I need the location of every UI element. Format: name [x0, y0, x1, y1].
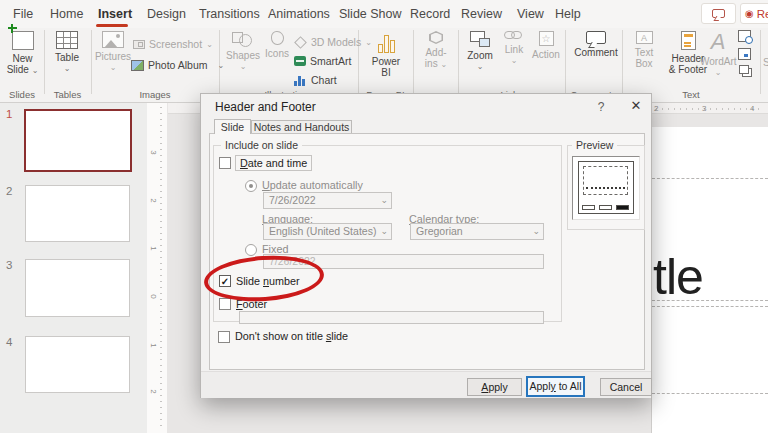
slide-thumbnail-3[interactable] — [25, 259, 130, 317]
button-label: Text — [626, 47, 662, 58]
dialog-tab-notes-handouts[interactable]: Notes and Handouts — [251, 120, 352, 134]
record-label: Re — [757, 8, 768, 20]
record-quick-button[interactable]: ◉ Re — [740, 3, 768, 24]
placeholder-border — [652, 393, 768, 394]
preview-label: Preview — [572, 139, 617, 151]
button-label: Icons — [261, 48, 293, 59]
photo-album-button[interactable]: Photo Album ⌄ — [131, 59, 224, 71]
cancel-button[interactable]: Cancel — [600, 378, 652, 396]
slide-thumbnail-4[interactable] — [25, 336, 130, 393]
smartart-button[interactable]: SmartArt — [294, 55, 351, 67]
icons-button: Icons — [261, 30, 293, 88]
date-time-insert-button[interactable] — [738, 30, 751, 42]
preview-footer-box — [599, 205, 612, 210]
tab-view[interactable]: View — [517, 7, 544, 21]
zoom-button[interactable]: Zoom ⌄ — [462, 30, 498, 88]
comment-quick-button[interactable] — [701, 3, 736, 24]
tab-record[interactable]: Record — [410, 7, 450, 21]
chevron-down-icon: ⌄ — [226, 61, 260, 72]
ruler-number: 4 — [750, 104, 754, 113]
button-label: Zoom — [462, 50, 498, 61]
group-divider — [565, 30, 566, 94]
apply-button[interactable]: Apply — [467, 378, 522, 396]
update-automatically-radio — [245, 180, 257, 192]
new-slide-button[interactable]: New Slide ⌄ — [2, 30, 43, 88]
group-divider — [91, 30, 92, 94]
slide-number-insert-button[interactable] — [738, 48, 751, 60]
table-button[interactable]: Table ⌄ — [46, 30, 88, 88]
chart-icon — [294, 75, 307, 86]
header-footer-icon — [681, 31, 696, 50]
action-icon: ☆ — [539, 31, 554, 46]
power-bi-icon — [375, 31, 397, 53]
dialog-tab-slide[interactable]: Slide — [214, 119, 251, 134]
ruler-number: 0 — [149, 294, 158, 298]
comment-button[interactable]: Comment — [572, 30, 620, 88]
tab-transitions[interactable]: Transitions — [199, 7, 260, 21]
preview-mini-slide — [578, 161, 634, 214]
button-label: BI — [365, 67, 407, 78]
preview-thumbnail — [572, 156, 640, 220]
tab-animations[interactable]: Animations — [268, 7, 330, 21]
chevron-down-icon: ⌄ — [500, 55, 528, 66]
chevron-down-icon: ⌄ — [46, 63, 88, 74]
include-on-slide-label: Include on slide — [221, 139, 302, 151]
tab-help[interactable]: Help — [555, 7, 581, 21]
preview-slide-number-box — [616, 205, 629, 210]
chevron-down-icon: ⌄ — [700, 67, 736, 78]
button-label: Chart — [311, 74, 337, 86]
power-bi-button[interactable]: Power BI — [365, 30, 407, 88]
slide-thumbnail-2[interactable] — [25, 185, 130, 242]
dialog-title: Header and Footer — [215, 100, 316, 114]
help-icon[interactable]: ? — [593, 100, 609, 114]
tab-review[interactable]: Review — [461, 7, 502, 21]
smartart-icon — [294, 56, 306, 66]
dont-show-title-checkbox[interactable] — [218, 331, 230, 343]
date-time-checkbox[interactable] — [219, 157, 231, 169]
slide-thumbnail-1[interactable] — [24, 109, 132, 172]
date-time-label[interactable]: Date and time — [235, 155, 312, 171]
slide-editing-surface[interactable]: tle — [651, 127, 768, 433]
tab-file[interactable]: File — [13, 7, 33, 21]
tab-home[interactable]: Home — [50, 7, 83, 21]
3d-models-icon — [294, 36, 307, 49]
button-label: WordArt — [700, 56, 736, 67]
shapes-button: Shapes ⌄ — [226, 30, 260, 88]
slide-number-label: 3 — [6, 259, 12, 271]
comment-icon — [712, 9, 725, 18]
tab-slide-show[interactable]: Slide Show — [339, 7, 402, 21]
apply-to-all-button[interactable]: Apply to All — [526, 376, 585, 397]
fixed-radio — [245, 244, 257, 256]
button-label: Table — [46, 52, 88, 63]
table-icon — [56, 31, 78, 49]
group-divider — [760, 30, 761, 94]
pictures-icon — [102, 31, 124, 48]
placeholder-border — [652, 178, 768, 179]
footer-checkbox[interactable] — [219, 298, 231, 310]
powerpoint-window: File Home Insert Design Transitions Anim… — [0, 0, 768, 433]
ruler-number: 1 — [149, 343, 158, 347]
button-label: Pictures — [94, 51, 132, 62]
footer-text-input — [239, 311, 544, 324]
3d-models-button: 3D Models ⌄ — [294, 36, 372, 48]
link-icon — [504, 31, 524, 41]
shapes-icon — [231, 31, 255, 47]
tab-design[interactable]: Design — [147, 7, 186, 21]
group-divider — [413, 30, 414, 94]
object-insert-button[interactable] — [739, 65, 749, 74]
slide-title-placeholder-text[interactable]: tle — [653, 248, 703, 306]
header-footer-dialog: Header and Footer ? ✕ Slide Notes and Ha… — [200, 93, 652, 398]
chevron-down-icon: ⌄ — [380, 193, 388, 208]
button-label: Box — [626, 58, 662, 69]
close-icon[interactable]: ✕ — [627, 98, 645, 113]
dont-show-title-label[interactable]: Don't show on title slide — [235, 330, 348, 342]
text-box-button: A Text Box — [626, 30, 662, 88]
group-label-slides: Slides — [0, 89, 44, 100]
chart-button[interactable]: Chart — [294, 74, 337, 86]
slide-number-label: 2 — [6, 185, 12, 197]
ribbon-insert: Slides Tables Images Illustrations Power… — [0, 28, 768, 103]
active-tab-underline — [96, 24, 128, 27]
button-label: ins ⌄ — [417, 58, 455, 70]
slide-number-label: 1 — [6, 108, 12, 120]
tab-insert[interactable]: Insert — [98, 7, 132, 21]
